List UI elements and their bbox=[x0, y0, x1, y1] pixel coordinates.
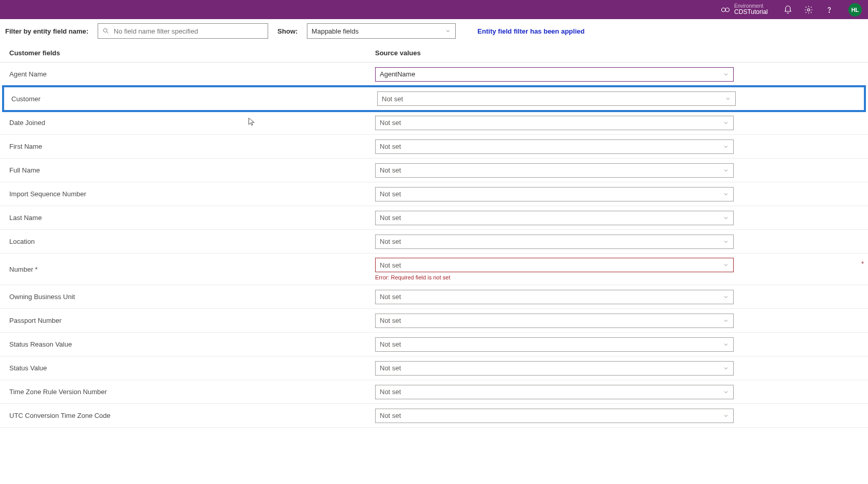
field-name-filter-input-wrap[interactable] bbox=[98, 23, 268, 39]
notifications-icon[interactable] bbox=[783, 5, 793, 14]
chevron-down-icon bbox=[723, 294, 729, 300]
field-label: Customer bbox=[11, 92, 377, 106]
value-wrap: Not set bbox=[375, 207, 859, 229]
source-value-text: Not set bbox=[380, 119, 401, 127]
source-value-select[interactable]: Not set bbox=[375, 187, 734, 201]
mapping-row: UTC Conversion Time Zone CodeNot set bbox=[0, 404, 868, 428]
chevron-down-icon bbox=[445, 28, 451, 34]
value-wrap: Not set bbox=[375, 309, 859, 332]
app-header: Environment CDSTutorial HL bbox=[0, 0, 868, 19]
source-value-text: Not set bbox=[380, 261, 401, 269]
source-value-text: Not set bbox=[380, 317, 401, 324]
column-customer-fields: Customer fields bbox=[9, 49, 375, 57]
source-value-text: Not set bbox=[380, 340, 401, 348]
value-wrap: Not setError: Required field is not set bbox=[375, 254, 859, 285]
source-value-select[interactable]: AgentName bbox=[375, 67, 734, 82]
source-value-select[interactable]: Not set bbox=[375, 409, 734, 423]
mapping-row: Full NameNot set bbox=[0, 159, 868, 182]
value-wrap: AgentName bbox=[375, 63, 859, 86]
avatar[interactable]: HL bbox=[848, 3, 862, 17]
source-value-text: Not set bbox=[380, 412, 401, 419]
environment-icon bbox=[721, 5, 730, 14]
chevron-down-icon bbox=[723, 191, 729, 197]
chevron-down-icon bbox=[723, 167, 729, 174]
source-value-text: Not set bbox=[380, 238, 401, 245]
source-value-select[interactable]: Not set bbox=[375, 211, 734, 225]
source-value-text: Not set bbox=[380, 388, 401, 396]
field-label: Import Sequence Number bbox=[9, 187, 375, 201]
help-icon[interactable] bbox=[825, 5, 834, 14]
chevron-down-icon bbox=[723, 239, 729, 245]
source-value-select[interactable]: Not set bbox=[375, 290, 734, 304]
mapping-row: Status ValueNot set bbox=[0, 356, 868, 380]
mapping-row: Date JoinedNot set bbox=[0, 111, 868, 135]
source-value-text: Not set bbox=[380, 364, 401, 372]
source-value-select[interactable]: Not set bbox=[375, 337, 734, 352]
chevron-down-icon bbox=[723, 413, 729, 419]
value-wrap: Not set bbox=[375, 230, 859, 253]
source-value-text: Not set bbox=[382, 95, 403, 103]
show-select-value: Mappable fields bbox=[312, 27, 359, 35]
svg-point-1 bbox=[725, 8, 730, 12]
mapping-row: LocationNot set bbox=[0, 230, 868, 254]
field-label: Full Name bbox=[9, 163, 375, 177]
chevron-down-icon bbox=[723, 341, 729, 348]
show-label: Show: bbox=[277, 27, 298, 35]
mapping-row: Owning Business UnitNot set bbox=[0, 285, 868, 309]
value-wrap: Not set bbox=[375, 112, 859, 134]
gear-icon[interactable] bbox=[804, 5, 813, 14]
chevron-down-icon bbox=[723, 144, 729, 150]
source-value-text: Not set bbox=[380, 293, 401, 301]
field-label: Last Name bbox=[9, 211, 375, 225]
environment-picker[interactable]: Environment CDSTutorial bbox=[721, 3, 768, 15]
source-value-select[interactable]: Not set bbox=[375, 258, 734, 272]
field-label: First Name bbox=[9, 139, 375, 153]
field-label: Agent Name bbox=[9, 67, 375, 81]
mapping-row: Import Sequence NumberNot set bbox=[0, 182, 868, 206]
chevron-down-icon bbox=[723, 318, 729, 324]
value-wrap: Not set bbox=[375, 183, 859, 206]
source-value-text: AgentName bbox=[380, 70, 415, 78]
field-label: Date Joined bbox=[9, 116, 375, 130]
field-label: Status Reason Value bbox=[9, 337, 375, 351]
mapping-row: Status Reason ValueNot set bbox=[0, 333, 868, 356]
mapping-row: CustomerNot set bbox=[2, 85, 866, 112]
field-label: UTC Conversion Time Zone Code bbox=[9, 409, 375, 423]
error-message: Error: Required field is not set bbox=[375, 274, 859, 280]
source-value-select[interactable]: Not set bbox=[375, 139, 734, 154]
field-label: Time Zone Rule Version Number bbox=[9, 385, 375, 399]
value-wrap: Not set bbox=[377, 87, 857, 110]
source-value-select[interactable]: Not set bbox=[377, 91, 736, 106]
field-label: Number * bbox=[9, 262, 375, 276]
source-value-text: Not set bbox=[380, 190, 401, 198]
value-wrap: Not set bbox=[375, 135, 859, 158]
filter-bar: Filter by entity field name: Show: Mappa… bbox=[0, 19, 868, 43]
source-value-select[interactable]: Not set bbox=[375, 116, 734, 130]
source-value-text: Not set bbox=[380, 214, 401, 222]
mapping-row: Last NameNot set bbox=[0, 206, 868, 230]
mapping-row: First NameNot set bbox=[0, 135, 868, 159]
value-wrap: Not set bbox=[375, 357, 859, 380]
svg-point-0 bbox=[722, 8, 726, 12]
chevron-down-icon bbox=[723, 262, 729, 268]
show-select[interactable]: Mappable fields bbox=[307, 23, 456, 39]
chevron-down-icon bbox=[723, 365, 729, 371]
value-wrap: Not set bbox=[375, 381, 859, 403]
source-value-text: Not set bbox=[380, 143, 401, 150]
chevron-down-icon bbox=[723, 389, 729, 395]
required-star: * bbox=[861, 260, 864, 268]
mapping-row: Number *Not setError: Required field is … bbox=[0, 254, 868, 285]
source-value-select[interactable]: Not set bbox=[375, 163, 734, 178]
source-value-select[interactable]: Not set bbox=[375, 314, 734, 328]
svg-point-2 bbox=[808, 8, 810, 11]
field-label: Passport Number bbox=[9, 314, 375, 327]
source-value-select[interactable]: Not set bbox=[375, 235, 734, 249]
source-value-select[interactable]: Not set bbox=[375, 385, 734, 399]
field-name-filter-input[interactable] bbox=[98, 24, 268, 38]
columns-header: Customer fields Source values bbox=[0, 43, 868, 63]
source-value-select[interactable]: Not set bbox=[375, 361, 734, 376]
source-value-text: Not set bbox=[380, 166, 401, 174]
header-actions: HL bbox=[783, 3, 862, 17]
value-wrap: Not set bbox=[375, 159, 859, 182]
svg-point-3 bbox=[829, 11, 829, 12]
